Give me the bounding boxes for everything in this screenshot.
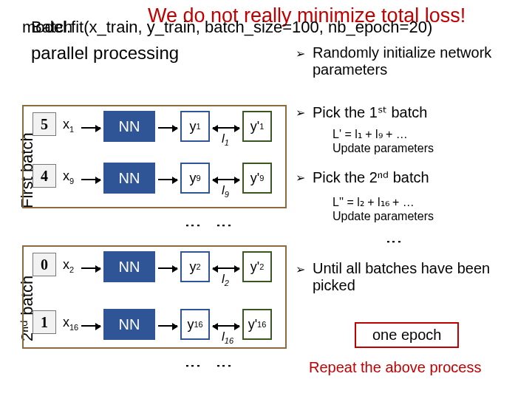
l16-label: l16 — [222, 330, 233, 345]
one-epoch-box: one epoch — [355, 322, 459, 348]
nn-box: NN — [103, 163, 155, 194]
double-arrow — [213, 325, 239, 327]
vdots-icon: ⋮ — [191, 217, 195, 233]
vdots-icon: ⋮ — [222, 217, 226, 233]
double-arrow — [213, 127, 239, 129]
l1-label: l1 — [222, 132, 229, 147]
arrow — [81, 179, 100, 180]
step-pick-2-text: Pick the 2ⁿᵈ batch — [313, 168, 429, 186]
nn-box: NN — [103, 111, 155, 142]
y9-box: y9 — [180, 163, 210, 194]
x1-label: x1 — [63, 117, 74, 134]
code-line: Batch model.fit(x_train, y_train, batch_… — [22, 18, 432, 37]
arrow — [81, 127, 100, 129]
vdots-icon: ⋮ — [392, 233, 396, 250]
note-l2: L'' = l₂ + l₁₆ + … — [332, 195, 415, 209]
step-init-text: Randomly initialize network parameters — [313, 44, 517, 78]
yprime9-box: y'9 — [242, 163, 272, 194]
step-pick-1: ➢ Pick the 1ˢᵗ batch — [296, 103, 427, 121]
note-update1: Update parameters — [332, 142, 434, 155]
arrow — [158, 325, 177, 327]
x2-label: x2 — [63, 257, 74, 274]
triangle-icon: ➢ — [296, 106, 305, 120]
vdots-icon: ⋮ — [191, 358, 195, 374]
yprime16-box: y'16 — [242, 309, 272, 340]
parallel-text: parallel processing — [31, 43, 179, 64]
arrow — [81, 325, 100, 327]
step-init: ➢ Randomly initialize network parameters — [296, 44, 517, 78]
batch-overlay: Batch — [31, 18, 72, 37]
x9-label: x9 — [63, 168, 74, 185]
y16-box: y16 — [180, 309, 210, 340]
nn-box: NN — [103, 309, 155, 340]
step-until: ➢ Until all batches have been picked — [296, 260, 517, 294]
vdots-icon: ⋮ — [222, 358, 226, 374]
y1-box: y1 — [180, 111, 210, 142]
y2-box: y2 — [180, 251, 210, 282]
note-update2: Update parameters — [332, 210, 434, 223]
code-text: model.fit(x_train, y_train, batch_size=1… — [22, 18, 432, 36]
x16-label: x16 — [63, 315, 78, 332]
arrow — [158, 267, 177, 269]
step-until-text: Until all batches have been picked — [313, 260, 517, 294]
step-pick-2: ➢ Pick the 2ⁿᵈ batch — [296, 168, 429, 186]
triangle-icon: ➢ — [296, 262, 305, 276]
yprime1-box: y'1 — [242, 111, 272, 142]
yprime2-box: y'2 — [242, 251, 272, 282]
digit-4: 4 — [33, 164, 56, 188]
repeat-text: Repeat the above process — [309, 359, 482, 376]
arrow — [158, 127, 177, 129]
digit-0: 0 — [33, 253, 56, 276]
arrow — [158, 179, 177, 180]
digit-1: 1 — [33, 310, 56, 334]
triangle-icon: ➢ — [296, 171, 305, 185]
nn-box: NN — [103, 251, 155, 282]
l9-label: l9 — [222, 183, 229, 199]
arrow — [81, 267, 100, 269]
l2-label: l2 — [222, 272, 229, 287]
note-l1: L' = l₁ + l₉ + … — [332, 127, 408, 141]
double-arrow — [213, 179, 239, 180]
double-arrow — [213, 267, 239, 269]
step-pick-1-text: Pick the 1ˢᵗ batch — [313, 103, 427, 121]
digit-5: 5 — [33, 112, 56, 136]
triangle-icon: ➢ — [296, 47, 305, 61]
